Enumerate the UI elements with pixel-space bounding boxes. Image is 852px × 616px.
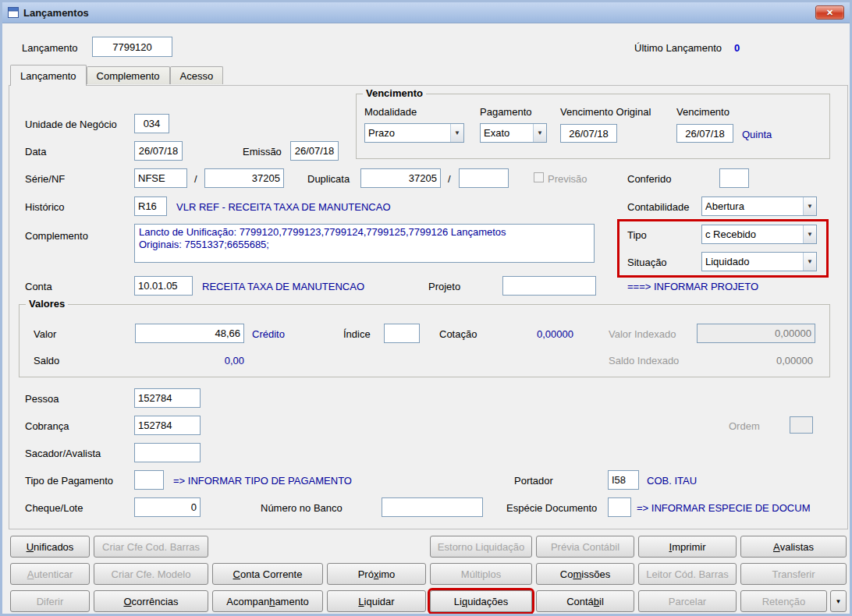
avalistas-button[interactable]: Avalistas (740, 536, 847, 558)
pessoa-input[interactable]: 152784 (134, 388, 201, 408)
projeto-label: Projeto (428, 281, 460, 292)
projeto-input[interactable] (502, 276, 596, 296)
ordem-input (790, 416, 813, 434)
pessoa-label: Pessoa (25, 393, 59, 405)
portador-label: Portador (514, 475, 553, 487)
parcelar-button: Parcelar (638, 590, 737, 612)
leitor-cod-barras-button: Leitor Cód. Barras (638, 563, 737, 585)
tipo-pagamento-input[interactable] (134, 470, 164, 490)
estorno-liquidacao-button: Estorno Liquidação (430, 536, 532, 558)
titlebar: Lançamentos ✕ (2, 2, 850, 23)
tab-strip: Lançamento Complemento Acesso (10, 65, 223, 86)
numero-banco-label: Número no Banco (261, 502, 343, 514)
cheque-lote-label: Cheque/Lote (25, 502, 83, 514)
tipo-select[interactable]: c Recebido ▼ (701, 225, 817, 244)
previsao-checkbox (534, 172, 544, 182)
modalidade-select[interactable]: Prazo ▼ (364, 123, 464, 143)
serie-nf-label: Série/NF (25, 173, 65, 185)
vencimento-input[interactable]: 26/07/18 (676, 124, 733, 143)
modalidade-value: Prazo (365, 124, 450, 142)
valor-indexado-input: 0,00000 (697, 324, 815, 343)
pagamento-select[interactable]: Exato ▼ (480, 123, 547, 143)
proximo-button[interactable]: Próximo (327, 563, 426, 585)
liquidar-button[interactable]: Liquidar (327, 590, 426, 612)
conferido-label: Conferido (627, 173, 671, 185)
credito-label: Crédito (252, 328, 285, 340)
ultimo-lancamento-value: 0 (734, 42, 740, 54)
historico-input[interactable]: R16 (134, 196, 167, 216)
lancamento-number-input[interactable]: 7799120 (92, 37, 172, 57)
unificados-button[interactable]: Unificados (10, 536, 90, 558)
vencimento-weekday: Quinta (742, 129, 772, 140)
serie-numero-input[interactable]: 37205 (204, 168, 284, 188)
conta-label: Conta (25, 281, 52, 292)
lancamentos-window: Lançamentos ✕ Lançamento 7799120 Último … (0, 0, 852, 616)
valor-input[interactable]: 48,66 (135, 324, 244, 343)
serie-separator: / (194, 173, 197, 185)
imprimir-button[interactable]: Imprimir (638, 536, 737, 558)
data-input[interactable]: 26/07/18 (134, 141, 183, 161)
cotacao-value: 0,00000 (456, 328, 573, 340)
situacao-select[interactable]: Liquidado ▼ (701, 252, 817, 271)
unidade-negocio-input[interactable]: 034 (134, 114, 169, 133)
sacador-avalista-label: Sacador/Avalista (25, 448, 101, 459)
multiplos-button: Múltiplos (430, 563, 532, 585)
contabil-button[interactable]: Contábil (536, 590, 634, 612)
ocorrencias-button[interactable]: Ocorrências (94, 590, 208, 612)
situacao-value: Liquidado (702, 253, 803, 271)
conta-corrente-button[interactable]: Conta Corrente (212, 563, 323, 585)
conferido-input[interactable] (719, 168, 749, 188)
tipo-pagamento-hint: => INFORMAR TIPO DE PAGAMENTO (173, 475, 352, 487)
liquidacoes-button[interactable]: Liquidações (430, 590, 532, 612)
duplicata-separator: / (448, 173, 451, 185)
emissao-input[interactable]: 26/07/18 (290, 141, 339, 161)
portador-descricao: COB. ITAU (647, 475, 697, 487)
valores-group-title: Valores (26, 298, 68, 310)
tab-lancamento[interactable]: Lançamento (10, 65, 87, 86)
close-button[interactable]: ✕ (815, 5, 844, 19)
duplicata-label: Duplicata (307, 173, 350, 185)
duplicata-input[interactable]: 37205 (360, 168, 441, 188)
projeto-hint: ===> INFORMAR PROJETO (627, 281, 758, 292)
saldo-value: 0,00 (166, 355, 244, 366)
indice-input[interactable] (384, 324, 420, 343)
emissao-label: Emissão (243, 146, 282, 158)
tab-panel-lancamento: Unidade de Negócio 034 Data 26/07/18 Emi… (9, 85, 848, 529)
ordem-label: Ordem (729, 420, 760, 432)
cheque-lote-input[interactable]: 0 (134, 497, 201, 517)
unidade-negocio-label: Unidade de Negócio (25, 119, 117, 130)
complemento-line2: Originais: 7551337;6655685; (139, 239, 590, 251)
especie-documento-input[interactable] (608, 497, 631, 517)
criar-cfe-cod-barras-button: Criar Cfe Cod. Barras (94, 536, 208, 558)
numero-banco-input[interactable] (382, 497, 483, 517)
retencao-cell: Retenção ▼ (740, 590, 847, 612)
conta-input[interactable]: 10.01.05 (134, 276, 193, 296)
contabilidade-label: Contabilidade (627, 201, 690, 213)
portador-input[interactable]: I58 (608, 470, 639, 490)
vencimento-original-input[interactable]: 26/07/18 (560, 124, 617, 143)
more-actions-button[interactable]: ▼ (830, 590, 847, 612)
chevron-down-icon: ▼ (803, 225, 816, 243)
sacador-avalista-input[interactable] (134, 443, 201, 462)
acompanhamento-button[interactable]: Acompanhamento (212, 590, 323, 612)
complemento-textarea[interactable]: Lancto de Unificação: 7799120,7799123,77… (134, 224, 595, 263)
vencimento-label: Vencimento (676, 106, 730, 118)
tab-acesso[interactable]: Acesso (170, 66, 224, 84)
close-icon: ✕ (826, 8, 833, 18)
comissoes-button[interactable]: Comissões (536, 563, 634, 585)
complemento-line1: Lancto de Unificação: 7799120,7799123,77… (139, 226, 590, 239)
app-icon (8, 7, 19, 18)
tab-complemento[interactable]: Complemento (87, 66, 170, 84)
lancamento-label: Lançamento (22, 42, 78, 54)
duplicata-complemento-input[interactable] (459, 168, 509, 188)
saldo-indexado-value: 0,00000 (735, 355, 813, 366)
contabilidade-select[interactable]: Abertura ▼ (701, 196, 817, 216)
serie-input[interactable]: NFSE (134, 168, 187, 188)
historico-label: Histórico (25, 201, 65, 213)
pagamento-value: Exato (481, 124, 533, 142)
cobranca-input[interactable]: 152784 (134, 416, 201, 435)
conta-descricao: RECEITA TAXA DE MANUTENCAO (202, 281, 364, 292)
contabilidade-value: Abertura (702, 197, 803, 215)
tipo-pagamento-label: Tipo de Pagamento (25, 475, 113, 487)
autenticar-button: Autenticar (10, 563, 90, 585)
